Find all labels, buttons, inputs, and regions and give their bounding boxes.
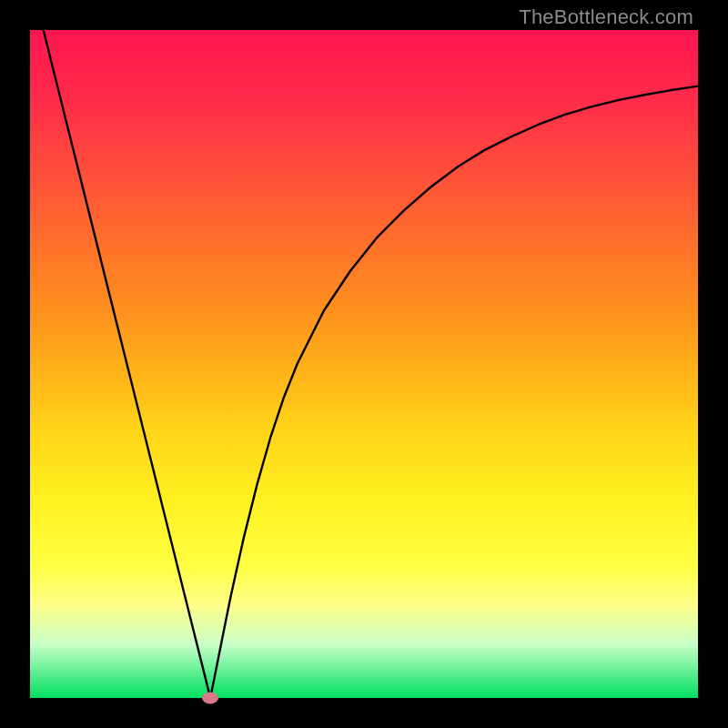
- optimal-point-marker: [202, 693, 218, 704]
- bottleneck-chart-area: [30, 30, 698, 698]
- watermark-text: TheBottleneck.com: [519, 5, 693, 29]
- bottleneck-curve: [30, 30, 698, 698]
